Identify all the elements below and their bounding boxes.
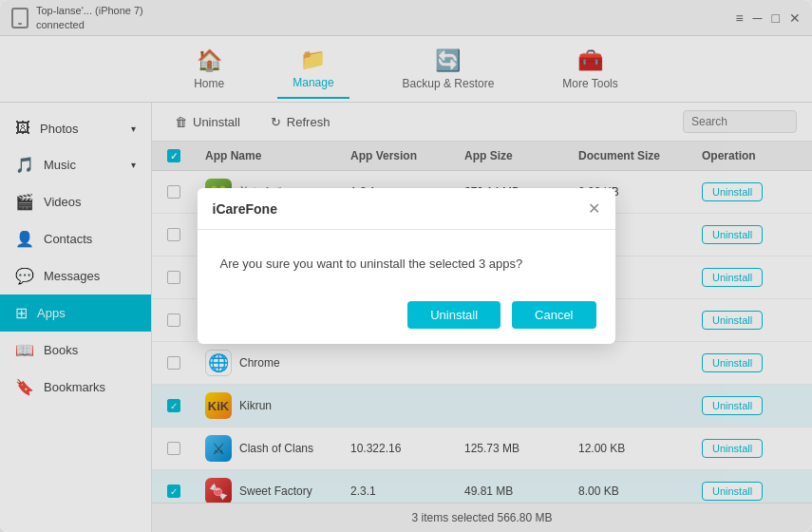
- dialog-title: iCareFone: [213, 201, 277, 217]
- dialog-close-button[interactable]: ✕: [588, 200, 600, 218]
- confirm-dialog: iCareFone ✕ Are you sure you want to uni…: [198, 188, 615, 344]
- dialog-footer: Uninstall Cancel: [198, 290, 615, 344]
- dialog-body: Are you sure you want to uninstall the s…: [198, 230, 615, 290]
- dialog-cancel-button[interactable]: Cancel: [512, 301, 595, 329]
- dialog-message: Are you sure you want to uninstall the s…: [220, 256, 523, 271]
- dialog-title-bar: iCareFone ✕: [198, 188, 615, 230]
- dialog-uninstall-button[interactable]: Uninstall: [407, 301, 500, 329]
- dialog-overlay: iCareFone ✕ Are you sure you want to uni…: [0, 0, 812, 532]
- main-window: Top-lanse'... (iPhone 7) connected ≡ ─ □…: [0, 0, 812, 532]
